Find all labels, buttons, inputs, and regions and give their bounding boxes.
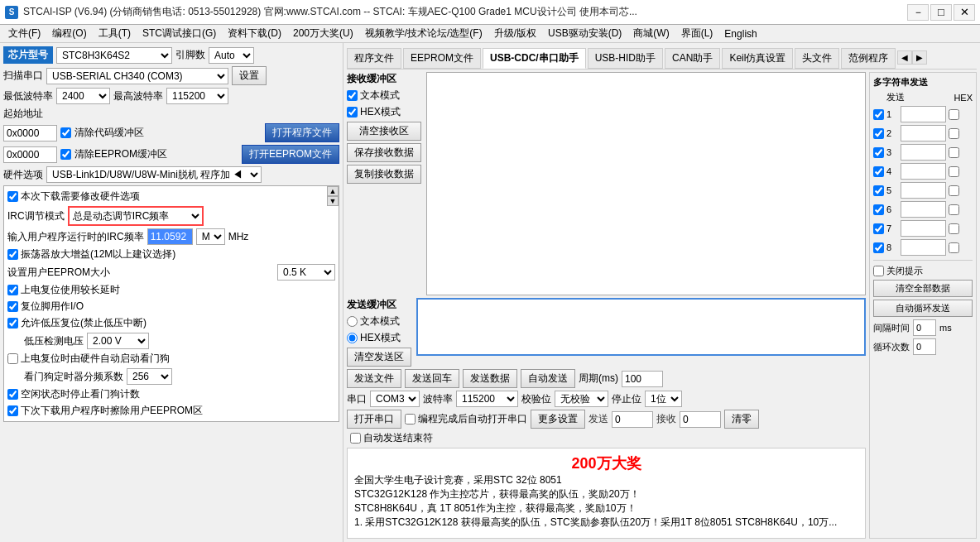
copy-receive-button[interactable]: 复制接收数据 (347, 165, 421, 184)
eeprom-addr-input[interactable] (3, 146, 57, 163)
multi-char-input-6[interactable] (901, 201, 946, 218)
eeprom-size-select[interactable]: 0.5 K (277, 264, 335, 281)
multi-char-checkbox-2[interactable] (873, 128, 884, 139)
send-text-mode-radio[interactable] (347, 316, 358, 327)
clear-count-button[interactable]: 清零 (724, 410, 759, 429)
multi-char-input-8[interactable] (901, 239, 946, 256)
open-eeprom-file-button[interactable]: 打开EEPROM文件 (242, 145, 339, 164)
multi-char-hex-6[interactable] (949, 204, 959, 215)
multi-char-checkbox-6[interactable] (873, 204, 884, 215)
multi-char-checkbox-5[interactable] (873, 185, 884, 196)
multi-char-input-2[interactable] (901, 125, 946, 141)
parity-select[interactable]: 无校验 (555, 391, 608, 407)
hw-modify-checkbox[interactable] (7, 191, 18, 202)
next-download-checkbox[interactable] (7, 405, 18, 416)
tab-example[interactable]: 范例程序 (841, 48, 896, 69)
low-volt-checkbox[interactable] (7, 318, 18, 329)
menu-prize[interactable]: 200万大奖(U) (288, 25, 358, 42)
amp-checkbox[interactable] (7, 249, 18, 260)
max-baud-select[interactable]: 115200 (166, 88, 228, 104)
send-file-button[interactable]: 发送文件 (347, 369, 401, 388)
tab-can[interactable]: CAN助手 (665, 48, 720, 69)
tab-usb-hid[interactable]: USB-HID助手 (588, 48, 663, 69)
menu-usb-driver[interactable]: USB驱动安装(D) (543, 25, 627, 42)
receive-hex-mode-checkbox[interactable] (347, 107, 358, 118)
more-settings-button[interactable]: 更多设置 (531, 410, 585, 429)
close-hint-checkbox[interactable] (873, 266, 884, 276)
receive-textarea[interactable] (426, 72, 866, 295)
baud-select[interactable]: 115200 (456, 391, 518, 407)
interval-input[interactable] (913, 319, 936, 336)
minimize-button[interactable]: － (907, 4, 929, 21)
tab-eeprom-file[interactable]: EEPROM文件 (403, 48, 481, 69)
menu-stc-debug[interactable]: STC调试接口(G) (137, 25, 221, 42)
open-port-button[interactable]: 打开串口 (347, 410, 401, 429)
irc-freq-input[interactable] (147, 228, 193, 245)
menu-tools[interactable]: 工具(T) (94, 25, 136, 42)
multi-char-checkbox-7[interactable] (873, 223, 884, 234)
send-data-button[interactable]: 发送数据 (463, 369, 517, 388)
auto-send-end-checkbox[interactable] (350, 433, 361, 444)
send-textarea[interactable] (416, 298, 866, 356)
save-receive-button[interactable]: 保存接收数据 (347, 143, 421, 162)
clear-send-button[interactable]: 清空发送区 (347, 348, 411, 367)
menu-video[interactable]: 视频教学/技术论坛/选型(F) (360, 25, 488, 42)
multi-char-hex-3[interactable] (949, 147, 959, 158)
tab-program-file[interactable]: 程序文件 (347, 48, 401, 69)
menu-file[interactable]: 文件(F) (3, 25, 46, 42)
tab-scroll-left[interactable]: ◀ (897, 50, 912, 65)
send-return-button[interactable]: 发送回车 (405, 369, 459, 388)
chip-type-select[interactable]: STC8H3K64S2 (56, 47, 172, 64)
close-button[interactable]: ✕ (954, 4, 975, 21)
irc-freq-unit-select[interactable]: MHz (196, 228, 225, 245)
setup-button[interactable]: 设置 (232, 66, 267, 85)
maximize-button[interactable]: □ (930, 4, 952, 21)
tab-header[interactable]: 头文件 (795, 48, 839, 69)
menu-upgrade[interactable]: 升级/版权 (489, 25, 541, 42)
tab-usb-cdc[interactable]: USB-CDC/串口助手 (483, 48, 586, 69)
multi-char-checkbox-4[interactable] (873, 166, 884, 177)
period-input[interactable] (622, 371, 663, 387)
receive-text-mode-checkbox[interactable] (347, 90, 358, 101)
idle-watchdog-checkbox[interactable] (7, 389, 18, 400)
auto-program-checkbox[interactable] (405, 414, 416, 424)
stop-select[interactable]: 1位 (645, 391, 682, 407)
tab-keil[interactable]: Keil仿真设置 (722, 48, 793, 69)
pin-count-select[interactable]: Auto (209, 47, 254, 64)
hw-scroll-down[interactable]: ▼ (327, 196, 339, 206)
scan-port-select[interactable]: USB-SERIAL CH340 (COM3) (46, 68, 228, 84)
min-baud-select[interactable]: 2400 (56, 88, 110, 104)
multi-char-input-1[interactable] (901, 106, 946, 122)
multi-char-input-4[interactable] (901, 163, 946, 180)
multi-char-checkbox-1[interactable] (873, 109, 884, 120)
multi-char-hex-2[interactable] (949, 128, 959, 139)
multi-char-input-7[interactable] (901, 220, 946, 237)
hw-options-select[interactable]: USB-Link1D/U8W/U8W-Mini脱机 程序加 ◀ (46, 166, 262, 183)
menu-interface[interactable]: 界面(L) (676, 25, 718, 42)
auto-send-button[interactable]: 自动发送 (521, 369, 575, 388)
menu-shop[interactable]: 商城(W) (628, 25, 674, 42)
menu-program[interactable]: 编程(O) (47, 25, 91, 42)
clear-eeprom-buf-checkbox[interactable] (60, 149, 71, 160)
irc-mode-select[interactable]: 总是动态调节IRC频率 (70, 208, 202, 224)
multi-char-input-3[interactable] (901, 144, 946, 161)
hw-scroll-up[interactable]: ▲ (327, 186, 339, 196)
menu-download[interactable]: 资料下载(D) (223, 25, 286, 42)
low-volt-det-select[interactable]: 2.00 V (87, 333, 149, 349)
reset-pin-checkbox[interactable] (7, 301, 18, 312)
multi-char-checkbox-3[interactable] (873, 147, 884, 158)
open-program-file-button[interactable]: 打开程序文件 (265, 123, 339, 142)
send-hex-mode-radio[interactable] (347, 333, 358, 343)
watchdog-freq-select[interactable]: 256 (127, 368, 172, 385)
multi-char-hex-8[interactable] (949, 242, 959, 253)
start-addr-input[interactable] (3, 125, 57, 141)
clear-receive-button[interactable]: 清空接收区 (347, 122, 421, 141)
auto-cycle-button[interactable]: 自动循环发送 (873, 300, 973, 317)
cycle-input[interactable] (913, 338, 936, 355)
multi-char-hex-7[interactable] (949, 223, 959, 234)
menu-english[interactable]: English (719, 26, 761, 41)
power-reset-checkbox[interactable] (7, 285, 18, 295)
multi-char-checkbox-8[interactable] (873, 242, 884, 253)
multi-char-hex-1[interactable] (949, 109, 959, 120)
clear-code-buf-checkbox[interactable] (60, 127, 71, 138)
